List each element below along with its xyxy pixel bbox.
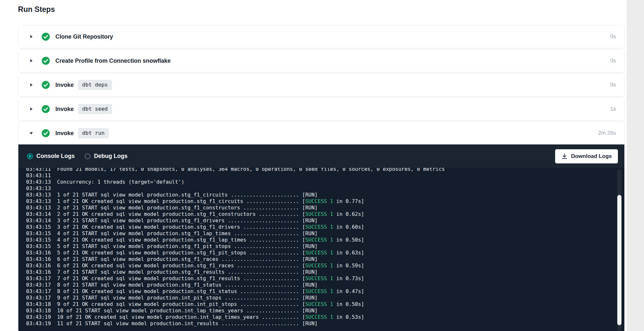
check-circle-icon	[42, 32, 50, 41]
log-lines: 03:43:11 Found 21 models, 17 tests, 0 sn…	[26, 168, 611, 327]
run-step-row-clone-git-repository: Clone Git Repository 0s	[18, 25, 625, 48]
log-toolbar: Console Logs Debug Logs Download Logs	[18, 144, 624, 168]
log-line: 03:43:16 6 of 21 OK created sql view mod…	[26, 262, 611, 269]
run-steps-page: Run Steps Clone Git Repository 0s	[0, 0, 644, 331]
step-duration: 0s	[610, 58, 616, 64]
step-label: Invoke	[55, 82, 74, 88]
log-line: 03:43:13 Concurrency: 1 threads (target=…	[26, 179, 611, 185]
radio-unselected-icon	[85, 153, 90, 159]
step-label: Invoke	[55, 130, 74, 137]
log-line: 03:43:14 3 of 21 START sql view model pr…	[26, 217, 611, 224]
chevron-right-icon[interactable]	[29, 106, 34, 112]
chevron-right-icon[interactable]	[29, 82, 34, 87]
log-line: 03:43:15 4 of 21 START sql view model pr…	[26, 230, 611, 237]
log-line: 03:43:18 9 of 21 OK created sql view mod…	[26, 301, 611, 308]
log-panel: Console Logs Debug Logs Download Logs	[18, 144, 624, 331]
log-line: 03:43:17 7 of 21 OK created sql view mod…	[26, 275, 611, 282]
command-chip: dbt seed	[78, 104, 112, 114]
command-chip: dbt deps	[78, 80, 112, 90]
run-step-row-dbt-deps: Invoke dbt deps 0s	[18, 73, 625, 97]
log-line: 03:43:13 1 of 21 OK created sql view mod…	[26, 198, 611, 205]
step-label: Invoke	[55, 106, 74, 113]
run-step-row-create-profile: Create Profile from Connection snowflake…	[18, 49, 625, 72]
run-step-header[interactable]: Clone Git Repository 0s	[18, 25, 624, 48]
log-line: 03:43:13 2 of 21 START sql view model pr…	[26, 205, 611, 211]
log-line: 03:43:13	[26, 185, 611, 192]
log-line: 03:43:15 4 of 21 OK created sql view mod…	[26, 237, 611, 243]
log-line: 03:43:17 8 of 21 START sql view model pr…	[26, 282, 611, 288]
log-line: 03:43:11 Found 21 models, 17 tests, 0 sn…	[26, 168, 611, 172]
debug-logs-radio[interactable]: Debug Logs	[85, 153, 128, 160]
log-line: 03:43:16 6 of 21 START sql view model pr…	[26, 256, 611, 262]
download-logs-label: Download Logs	[571, 153, 612, 160]
step-duration: 0s	[610, 33, 616, 40]
chevron-down-icon[interactable]	[29, 131, 34, 136]
log-scrollbar-thumb[interactable]	[617, 195, 621, 325]
step-duration: 2m 26s	[598, 130, 616, 136]
radio-selected-icon	[27, 153, 33, 159]
log-line: 03:43:13 1 of 21 START sql view model pr…	[26, 192, 611, 198]
log-scrollbar[interactable]	[617, 169, 621, 331]
console-logs-label: Console Logs	[36, 153, 75, 160]
run-step-row-dbt-seed: Invoke dbt seed 1s	[18, 97, 625, 121]
download-icon	[561, 153, 568, 160]
right-gutter	[627, 0, 644, 331]
run-step-header[interactable]: Invoke dbt deps 0s	[18, 74, 624, 96]
step-duration: 0s	[610, 82, 616, 88]
chevron-right-icon[interactable]	[29, 34, 34, 39]
console-logs-radio[interactable]: Console Logs	[27, 153, 75, 160]
log-line: 03:43:17 8 of 21 OK created sql view mod…	[26, 288, 611, 295]
step-label: Clone Git Repository	[55, 33, 113, 40]
run-step-header[interactable]: Invoke dbt seed 1s	[18, 98, 624, 120]
check-circle-icon	[42, 57, 50, 65]
step-duration: 1s	[610, 106, 616, 112]
download-logs-button[interactable]: Download Logs	[555, 149, 618, 163]
debug-logs-label: Debug Logs	[94, 153, 128, 160]
chevron-right-icon[interactable]	[29, 58, 34, 63]
check-circle-icon	[42, 129, 50, 137]
run-step-header[interactable]: Invoke dbt run 2m 26s	[18, 122, 624, 144]
log-line: 03:43:19 11 of 21 START sql view model p…	[26, 320, 611, 327]
run-step-row-dbt-run: Invoke dbt run 2m 26s Console Logs Debug…	[18, 122, 625, 331]
page-title: Run Steps	[18, 5, 625, 14]
log-line: 03:43:16 5 of 21 OK created sql view mod…	[26, 250, 611, 256]
check-circle-icon	[42, 105, 50, 113]
log-line: 03:43:15 5 of 21 START sql view model pr…	[26, 243, 611, 250]
console-log-output[interactable]: 03:43:11 Found 21 models, 17 tests, 0 sn…	[18, 168, 624, 331]
run-steps-content: Run Steps Clone Git Repository 0s	[18, 5, 625, 331]
log-line: 03:43:15 3 of 21 OK created sql view mod…	[26, 224, 611, 230]
log-line: 03:43:14 2 of 21 OK created sql view mod…	[26, 211, 611, 217]
log-line: 03:43:19 10 of 21 OK created sql view mo…	[26, 314, 611, 320]
log-line: 03:43:18 10 of 21 START sql view model p…	[26, 308, 611, 314]
run-step-header[interactable]: Create Profile from Connection snowflake…	[18, 50, 624, 72]
step-label: Create Profile from Connection snowflake	[55, 58, 171, 64]
log-line: 03:43:16 7 of 21 START sql view model pr…	[26, 269, 611, 275]
command-chip: dbt run	[78, 128, 109, 138]
check-circle-icon	[42, 81, 50, 89]
log-line: 03:43:11	[26, 172, 611, 179]
log-line: 03:43:17 9 of 21 START sql view model pr…	[26, 295, 611, 301]
